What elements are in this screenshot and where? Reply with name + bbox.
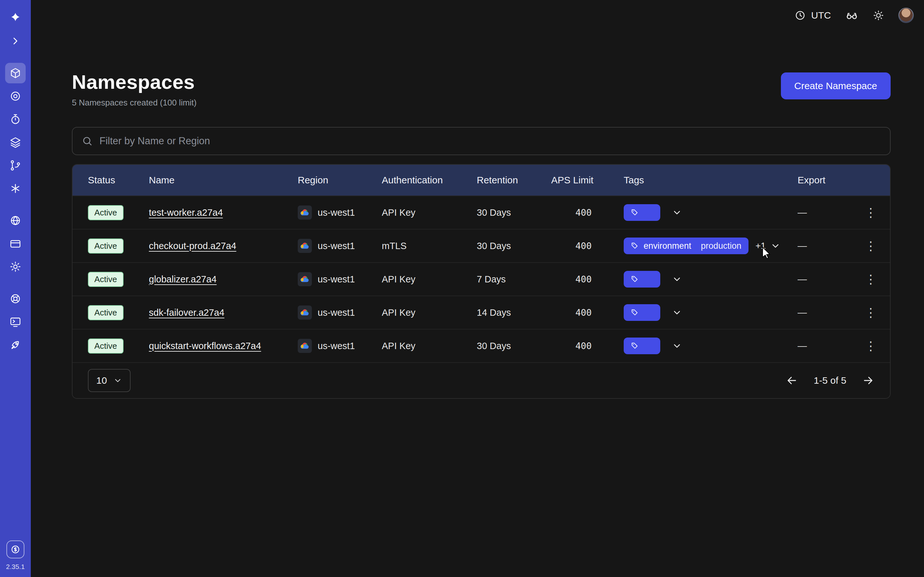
- filter-bar: [72, 127, 891, 155]
- status-badge: Active: [88, 272, 124, 287]
- sidebar-item-settings[interactable]: [5, 256, 26, 277]
- tags-expand-chevron[interactable]: [672, 207, 682, 218]
- region-cell: us-west1: [298, 272, 382, 286]
- lifebuoy-icon: [9, 293, 21, 305]
- namespace-link[interactable]: test-worker.a27a4: [149, 207, 223, 218]
- aps-limit-cell: 400: [551, 308, 624, 318]
- timezone-label: UTC: [811, 10, 831, 21]
- table-row: Active checkout-prod.a27a4 us-west1 mTLS…: [73, 229, 890, 262]
- gcp-icon: [298, 205, 312, 219]
- sun-icon: [873, 10, 884, 21]
- aps-limit-cell: 400: [551, 274, 624, 285]
- temporal-logo-icon[interactable]: [5, 8, 26, 28]
- clock-icon: [795, 10, 806, 21]
- row-menu-button[interactable]: ⋮: [851, 339, 890, 353]
- tag-pill[interactable]: [624, 271, 660, 287]
- column-header-authentication: Authentication: [382, 175, 477, 185]
- tags-expand-chevron[interactable]: [672, 341, 682, 351]
- labs-toggle[interactable]: [845, 9, 859, 22]
- column-header-status: Status: [88, 175, 149, 185]
- previous-page-button[interactable]: [785, 374, 798, 387]
- sidebar: 2.35.1: [0, 0, 31, 577]
- region-label: us-west1: [318, 341, 355, 351]
- search-icon: [81, 135, 93, 147]
- tag-pill[interactable]: [624, 204, 660, 221]
- row-menu-button[interactable]: ⋮: [851, 272, 890, 286]
- create-namespace-button[interactable]: Create Namespace: [781, 73, 891, 99]
- sidebar-item-regions[interactable]: [5, 210, 26, 231]
- gcp-icon: [298, 239, 312, 253]
- cube-icon: [9, 67, 21, 79]
- sidebar-item-workflows[interactable]: [5, 86, 26, 106]
- timezone-selector[interactable]: UTC: [795, 10, 831, 21]
- tags-expand-chevron[interactable]: [672, 308, 682, 318]
- tag-pill[interactable]: [624, 304, 660, 321]
- retention-cell: 30 Days: [477, 207, 551, 218]
- tags-expand-chevron[interactable]: [771, 241, 780, 251]
- export-cell: —: [798, 308, 851, 318]
- timer-icon: [9, 113, 21, 125]
- chevron-down-icon: [672, 341, 682, 351]
- git-branch-icon: [9, 159, 21, 171]
- tag-pill[interactable]: environment production: [624, 237, 748, 254]
- app-version: 2.35.1: [6, 563, 25, 571]
- auth-cell: API Key: [382, 207, 477, 218]
- sidebar-expand-button[interactable]: [5, 31, 26, 51]
- sidebar-item-namespaces[interactable]: [5, 63, 26, 83]
- region-cell: us-west1: [298, 205, 382, 219]
- row-menu-button[interactable]: ⋮: [851, 205, 890, 219]
- aps-limit-cell: 400: [551, 207, 624, 218]
- sidebar-item-docs[interactable]: [5, 311, 26, 332]
- gcp-icon: [298, 272, 312, 286]
- tag-group: [624, 338, 682, 354]
- region-label: us-west1: [318, 241, 355, 251]
- tag-more-count[interactable]: +1: [756, 241, 766, 251]
- auth-cell: API Key: [382, 308, 477, 318]
- sidebar-item-nexus[interactable]: [5, 178, 26, 199]
- region-cell: us-west1: [298, 339, 382, 353]
- rocket-icon: [9, 339, 21, 351]
- row-menu-button[interactable]: ⋮: [851, 239, 890, 253]
- region-cell: us-west1: [298, 239, 382, 253]
- usage-credits-button[interactable]: [6, 540, 24, 558]
- namespace-link[interactable]: checkout-prod.a27a4: [149, 241, 236, 251]
- sidebar-item-schedules[interactable]: [5, 109, 26, 129]
- chevron-down-icon: [113, 376, 122, 385]
- page-size-value: 10: [96, 375, 107, 386]
- sidebar-item-getting-started[interactable]: [5, 335, 26, 355]
- theme-toggle[interactable]: [873, 10, 884, 21]
- sidebar-item-support[interactable]: [5, 288, 26, 309]
- page-title: Namespaces: [72, 71, 197, 93]
- status-badge: Active: [88, 338, 124, 354]
- chevron-down-icon: [672, 308, 682, 318]
- target-icon: [9, 90, 21, 102]
- tag-icon: [631, 342, 639, 350]
- table-body: Active test-worker.a27a4 us-west1 API Ke…: [73, 195, 890, 362]
- tag-value: production: [701, 241, 741, 251]
- sidebar-item-deployments[interactable]: [5, 132, 26, 153]
- tags-expand-chevron[interactable]: [672, 274, 682, 284]
- region-label: us-west1: [318, 308, 355, 318]
- next-page-button[interactable]: [862, 374, 875, 387]
- filter-input[interactable]: [99, 135, 881, 147]
- row-menu-button[interactable]: ⋮: [851, 306, 890, 319]
- auth-cell: mTLS: [382, 241, 477, 251]
- gcp-icon: [298, 306, 312, 319]
- tag-group: [624, 271, 682, 287]
- chevron-down-icon: [672, 207, 682, 218]
- tags-cell: environment production +1: [624, 237, 798, 254]
- status-badge: Active: [88, 239, 124, 253]
- retention-cell: 14 Days: [477, 308, 551, 318]
- tags-cell: [624, 304, 798, 321]
- tag-pill[interactable]: [624, 338, 660, 354]
- sidebar-item-batch-operations[interactable]: [5, 155, 26, 176]
- user-avatar[interactable]: [898, 8, 914, 23]
- namespace-link[interactable]: sdk-failover.a27a4: [149, 308, 224, 318]
- namespace-link[interactable]: globalizer.a27a4: [149, 274, 216, 285]
- namespace-link[interactable]: quickstart-workflows.a27a4: [149, 341, 261, 351]
- chevron-down-icon: [672, 274, 682, 284]
- page-size-select[interactable]: 10: [88, 369, 131, 392]
- tag-key: environment: [644, 241, 691, 251]
- sidebar-item-billing[interactable]: [5, 234, 26, 254]
- tag-icon: [631, 208, 639, 217]
